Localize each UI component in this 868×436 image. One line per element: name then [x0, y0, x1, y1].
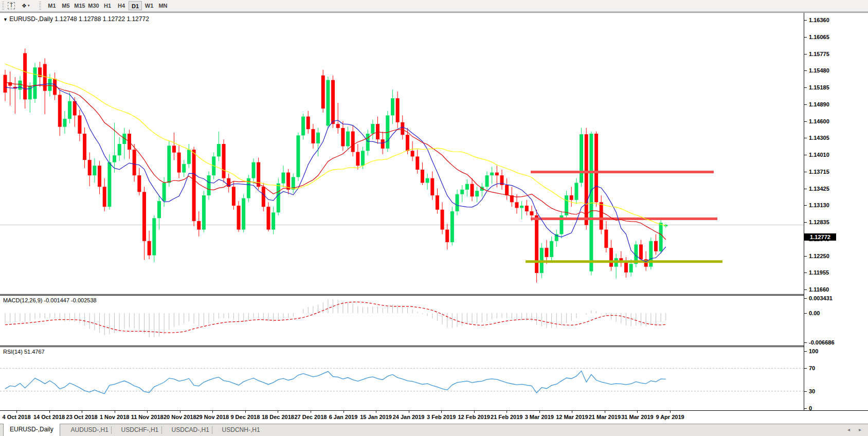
timeframe-button-d1[interactable]: D1: [129, 1, 142, 10]
tab-separator: [212, 426, 212, 434]
chart-tab-eurusd-daily[interactable]: EURUSD-,Daily: [3, 424, 60, 436]
pointer-tools-button[interactable]: ❖ ▾: [19, 1, 32, 10]
date-axis-label: 9 Apr 2019: [656, 414, 684, 420]
timeframe-button-w1[interactable]: W1: [142, 1, 156, 10]
date-axis-label: 31 Mar 2019: [621, 414, 653, 420]
price-axis-label: 1.13425: [809, 186, 829, 192]
toolbar-grip[interactable]: [2, 2, 4, 10]
price-axis-label: 1.11660: [809, 286, 829, 293]
price-axis-label: 1.16065: [809, 34, 829, 40]
text-label-tool-button[interactable]: T: [5, 1, 17, 10]
indicator-axis-label: 70: [809, 365, 815, 371]
collapse-chart-icon[interactable]: ▼: [3, 17, 8, 22]
date-tick: [605, 411, 605, 413]
timeframe-button-m5[interactable]: M5: [59, 1, 73, 10]
chart-window: ▼ EURUSD-,Daily 1.12748 1.12788 1.12722 …: [0, 12, 868, 436]
date-axis-label: 3 Feb 2019: [427, 414, 456, 420]
date-tick: [180, 411, 180, 413]
date-tick: [147, 411, 148, 413]
indicator-axis-label: 100: [809, 348, 818, 354]
date-axis-label: 27 Dec 2018: [294, 414, 327, 420]
rsi-indicator-canvas[interactable]: [0, 347, 804, 410]
price-axis-label: 1.13130: [809, 202, 829, 208]
date-axis-label: 4 Oct 2018: [2, 414, 30, 420]
date-axis-label: 20 Nov 2018: [164, 414, 196, 420]
text-tool-icon: T: [8, 2, 15, 9]
timeframe-button-m30[interactable]: M30: [87, 1, 100, 10]
tab-scroll-left-icon[interactable]: ◂: [847, 427, 850, 432]
price-axis-label: 1.12835: [809, 219, 829, 225]
price-axis-label: 1.14890: [809, 101, 829, 107]
timeframe-button-mn[interactable]: MN: [156, 1, 170, 10]
toolbar-grip[interactable]: [39, 2, 41, 10]
date-axis[interactable]: 4 Oct 201814 Oct 201823 Oct 20181 Nov 20…: [0, 410, 868, 424]
price-axis-label: 1.14010: [809, 152, 829, 158]
indicator-axis-label: 30: [809, 388, 815, 394]
date-axis-label: 21 Feb 2019: [491, 414, 522, 420]
tab-scroll-right-icon[interactable]: ▸: [859, 427, 861, 432]
chevron-down-icon: ▾: [28, 4, 30, 8]
timeframe-button-h4[interactable]: H4: [115, 1, 128, 10]
date-tick: [507, 411, 507, 413]
tab-separator: [111, 426, 112, 434]
main-chart-canvas[interactable]: [0, 13, 804, 294]
price-axis-label: 1.11955: [809, 269, 829, 276]
date-tick: [278, 411, 278, 413]
date-tick: [16, 411, 17, 413]
date-axis-label: 9 Dec 2018: [230, 414, 260, 420]
pointer-tools-icon: ❖: [22, 3, 27, 9]
date-tick: [49, 411, 50, 413]
price-axis-label: 1.12250: [809, 253, 829, 259]
date-axis-label: 24 Jan 2019: [393, 414, 425, 420]
price-axis-label: 1.16360: [809, 17, 829, 23]
date-tick: [245, 411, 246, 413]
date-tick: [637, 411, 638, 413]
price-axis-label: 1.15185: [809, 84, 829, 90]
date-axis-label: 1 Nov 2018: [100, 414, 129, 420]
price-axis-label: 1.14305: [809, 135, 829, 141]
date-axis-label: 6 Jan 2019: [329, 414, 358, 420]
timeframe-button-m15[interactable]: M15: [73, 1, 86, 10]
top-toolbar: T ❖ ▾ M1M5M15M30H1H4D1W1MN: [0, 0, 868, 12]
price-axis-label: 1.15480: [809, 67, 829, 74]
date-axis-label: 21 Mar 2019: [589, 414, 621, 420]
indicator-axis-label: -0.006686: [809, 339, 835, 346]
date-tick: [311, 411, 311, 413]
tab-separator: [161, 426, 162, 434]
chart-tab-usdcad-h1[interactable]: USDCAD-,H1: [166, 424, 215, 436]
date-tick: [212, 411, 213, 413]
date-axis-label: 3 Mar 2019: [525, 414, 554, 420]
indicator-axis-label: 0.00: [809, 310, 820, 316]
chart-title: ▼ EURUSD-,Daily 1.12748 1.12788 1.12722 …: [3, 15, 149, 23]
timeframe-button-m1[interactable]: M1: [45, 1, 59, 10]
ohlc-values-label: 1.12748 1.12788 1.12722 1.12772: [55, 15, 149, 23]
date-tick: [572, 411, 572, 413]
date-axis-label: 12 Mar 2019: [556, 414, 588, 420]
symbol-period-label: EURUSD-,Daily: [9, 15, 53, 23]
date-tick: [474, 411, 475, 413]
date-axis-label: 11 Nov 2018: [131, 414, 164, 420]
price-axis[interactable]: 1.163601.160651.157751.154801.151851.148…: [804, 13, 868, 410]
date-tick: [115, 411, 115, 413]
chart-tab-usdchf-h1[interactable]: USDCHF-,H1: [115, 424, 165, 436]
price-axis-label: 1.15775: [809, 51, 829, 57]
macd-label: MACD(12,26,9) -0.001447 -0.002538: [3, 297, 97, 303]
chart-tab-usdcnh-h1[interactable]: USDCNH-,H1: [216, 424, 266, 436]
date-axis-label: 23 Oct 2018: [66, 414, 98, 420]
date-axis-label: 12 Feb 2019: [458, 414, 490, 420]
rsi-label: RSI(14) 51.4767: [3, 349, 45, 355]
date-tick: [343, 411, 344, 413]
macd-indicator-canvas[interactable]: [0, 296, 804, 346]
chart-tab-audusd-h1[interactable]: AUDUSD-,H1: [65, 424, 115, 436]
current-price-tag: 1.12772: [804, 233, 836, 241]
date-axis-label: 18 Dec 2018: [262, 414, 294, 420]
date-tick: [670, 411, 671, 413]
indicator-axis-label: 0.003431: [809, 295, 833, 301]
date-axis-label: 29 Nov 2018: [196, 414, 229, 420]
timeframe-button-h1[interactable]: H1: [101, 1, 114, 10]
date-axis-label: 15 Jan 2019: [360, 414, 392, 420]
date-tick: [82, 411, 82, 413]
date-axis-label: 14 Oct 2018: [33, 414, 65, 420]
date-tick: [539, 411, 540, 413]
date-tick: [409, 411, 409, 413]
